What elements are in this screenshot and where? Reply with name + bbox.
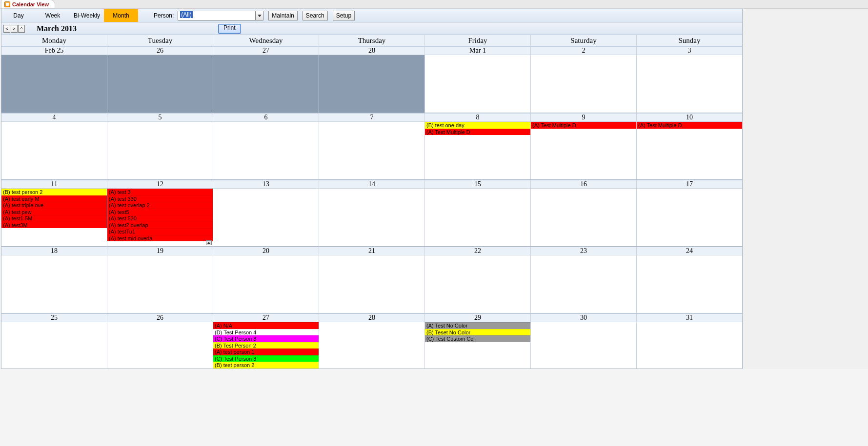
day-cell[interactable]: (B) test person 2(A) test early M(A) tes… <box>1 189 107 246</box>
date-header[interactable]: Feb 25 <box>1 46 107 55</box>
today-button[interactable]: ^ <box>18 25 25 33</box>
day-cell[interactable]: (A) Test Multiple D <box>636 122 742 179</box>
day-cell[interactable] <box>213 122 319 179</box>
date-header[interactable]: 12 <box>107 180 213 189</box>
search-button[interactable]: Search <box>303 11 328 20</box>
calendar-event[interactable]: (A) test3M <box>1 222 107 229</box>
day-cell[interactable] <box>319 322 424 368</box>
date-header[interactable]: 23 <box>530 247 636 255</box>
calendar-event[interactable]: (A) testTu1 <box>107 228 213 235</box>
date-header[interactable]: 5 <box>107 113 213 122</box>
date-header[interactable]: 4 <box>1 113 107 122</box>
date-header[interactable]: 28 <box>319 46 424 55</box>
date-header[interactable]: 20 <box>213 247 319 255</box>
date-header[interactable]: 26 <box>107 313 213 322</box>
date-header[interactable]: 6 <box>213 113 319 122</box>
date-header[interactable]: 8 <box>424 113 530 122</box>
calendar-event[interactable]: (A) test mid overla <box>107 235 213 242</box>
day-cell[interactable] <box>1 322 107 368</box>
date-header[interactable]: Mar 1 <box>424 46 530 55</box>
tab-calendar-view[interactable]: Calendar View <box>1 0 55 8</box>
day-cell[interactable] <box>319 122 424 179</box>
day-cell[interactable] <box>107 255 213 313</box>
day-cell[interactable] <box>1 122 107 179</box>
calendar-event[interactable]: (A) test5 <box>107 209 213 215</box>
calendar-event[interactable]: (C) Test Person 3 <box>213 355 319 362</box>
calendar-event[interactable]: (A) test triple ove <box>1 202 107 209</box>
calendar-event[interactable]: (A) test overlap 2 <box>107 202 213 209</box>
date-header[interactable]: 11 <box>1 180 107 189</box>
calendar-event[interactable]: (B) test person 2 <box>1 189 107 195</box>
calendar-event[interactable]: (A) test early M <box>1 195 107 202</box>
day-cell[interactable]: (A) Test No Color(B) Teset No Color(C) T… <box>424 322 530 368</box>
day-cell[interactable] <box>213 55 319 113</box>
calendar-event[interactable]: (A) test person 1 <box>213 349 319 355</box>
calendar-event[interactable]: (A) test1-5M <box>1 215 107 222</box>
day-cell[interactable] <box>530 189 636 246</box>
day-cell[interactable] <box>636 255 742 313</box>
calendar-event[interactable]: (D) Test Person 4 <box>213 329 319 336</box>
date-header[interactable]: 10 <box>636 113 742 122</box>
calendar-event[interactable]: (A) test 3 <box>107 189 213 195</box>
date-header[interactable]: 15 <box>424 180 530 189</box>
day-cell[interactable] <box>636 322 742 368</box>
calendar-event[interactable]: (B) test one day <box>425 122 530 129</box>
date-header[interactable]: 24 <box>636 247 742 255</box>
day-cell[interactable] <box>636 55 742 113</box>
date-header[interactable]: 2 <box>530 46 636 55</box>
day-cell[interactable] <box>319 255 424 313</box>
calendar-event[interactable]: (B) test person 2 <box>213 362 319 368</box>
calendar-event[interactable]: (C) Test Person 3 <box>213 335 319 342</box>
day-cell[interactable]: (A) Test Multiple D <box>530 122 636 179</box>
calendar-event[interactable]: (B) Test Person 2 <box>213 342 319 349</box>
view-day-button[interactable]: Day <box>1 9 36 22</box>
day-cell[interactable] <box>636 189 742 246</box>
calendar-event[interactable]: (A) N/A <box>213 322 319 329</box>
date-header[interactable]: 16 <box>530 180 636 189</box>
day-cell[interactable] <box>424 189 530 246</box>
day-cell[interactable] <box>1 55 107 113</box>
day-cell[interactable] <box>530 55 636 113</box>
calendar-event[interactable]: (A) test pew <box>1 209 107 215</box>
calendar-event[interactable]: (A) Test Multiple D <box>531 122 636 129</box>
date-header[interactable]: 19 <box>107 247 213 255</box>
person-combo[interactable]: (All) <box>178 11 256 20</box>
date-header[interactable]: 18 <box>1 247 107 255</box>
date-header[interactable]: 28 <box>319 313 424 322</box>
date-header[interactable]: 13 <box>213 180 319 189</box>
day-cell[interactable] <box>424 255 530 313</box>
day-cell[interactable] <box>424 55 530 113</box>
date-header[interactable]: 31 <box>636 313 742 322</box>
day-cell[interactable]: (B) test one day(A) Test Multiple D <box>424 122 530 179</box>
date-header[interactable]: 14 <box>319 180 424 189</box>
view-biweekly-button[interactable]: Bi-Weekly <box>70 9 104 22</box>
calendar-event[interactable]: (A) test 530 <box>107 215 213 222</box>
day-cell[interactable] <box>107 322 213 368</box>
day-cell[interactable] <box>319 189 424 246</box>
day-cell[interactable] <box>530 322 636 368</box>
date-header[interactable]: 27 <box>213 46 319 55</box>
day-cell[interactable] <box>1 255 107 313</box>
next-button[interactable]: > <box>11 25 18 33</box>
date-header[interactable]: 22 <box>424 247 530 255</box>
day-cell[interactable] <box>107 55 213 113</box>
day-cell[interactable] <box>530 255 636 313</box>
maintain-button[interactable]: Maintain <box>268 11 297 20</box>
calendar-event[interactable]: (A) Test Multiple D <box>425 129 530 136</box>
day-cell[interactable] <box>107 122 213 179</box>
calendar-event[interactable]: (A) Test Multiple D <box>637 122 742 129</box>
view-month-button[interactable]: Month <box>104 9 138 22</box>
calendar-event[interactable]: (B) Teset No Color <box>425 329 530 336</box>
date-header[interactable]: 9 <box>530 113 636 122</box>
date-header[interactable]: 3 <box>636 46 742 55</box>
day-cell[interactable] <box>213 255 319 313</box>
calendar-event[interactable]: (A) test 330 <box>107 195 213 202</box>
view-week-button[interactable]: Week <box>36 9 70 22</box>
calendar-event[interactable]: (A) Test No Color <box>425 322 530 329</box>
calendar-event[interactable]: (A) test2 overlap <box>107 222 213 229</box>
date-header[interactable]: 30 <box>530 313 636 322</box>
date-header[interactable]: 21 <box>319 247 424 255</box>
date-header[interactable]: 26 <box>107 46 213 55</box>
date-header[interactable]: 29 <box>424 313 530 322</box>
setup-button[interactable]: Setup <box>333 11 355 20</box>
